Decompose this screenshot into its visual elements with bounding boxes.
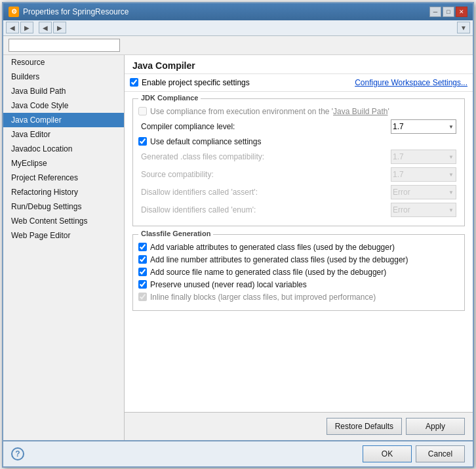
compiler-level-label: Compiler compliance level: <box>141 122 235 131</box>
restore-defaults-button[interactable]: Restore Defaults <box>327 418 402 435</box>
help-icon[interactable]: ? <box>11 447 24 460</box>
action-bar: Restore Defaults Apply <box>125 412 473 440</box>
classfile-cb5-row: Inline finally blocks (larger class file… <box>138 293 459 302</box>
enable-left: Enable project specific settings <box>130 78 250 87</box>
main-window: ⚙ Properties for SpringResource ─ □ ✕ ◀ … <box>2 2 474 468</box>
classfile-cb4-row: Preserve unused (never read) local varia… <box>138 280 459 289</box>
disallow-assert-row: Disallow identifiers called 'assert': Er… <box>138 185 459 199</box>
sidebar-item-myeclipse[interactable]: MyEclipse <box>3 156 124 171</box>
toolbar: ◀ ▶ ◀ ▶ ▼ <box>3 20 473 36</box>
generated-class-select-wrapper: 1.7 <box>391 150 456 164</box>
source-compat-select[interactable]: 1.7 <box>391 167 456 182</box>
enable-project-settings-label: Enable project specific settings <box>142 78 250 87</box>
classfile-section-body: Add variable attributes to generated cla… <box>133 235 464 310</box>
sidebar: Resource Builders Java Build Path Java C… <box>3 55 125 440</box>
configure-workspace-link[interactable]: Configure Workspace Settings... <box>355 78 467 87</box>
sidebar-item-resource[interactable]: Resource <box>3 55 124 70</box>
generated-class-label: Generated .class files compatibility: <box>141 152 264 161</box>
classfile-generation-section: Classfile Generation Add variable attrib… <box>132 234 465 311</box>
use-default-compliance-row: Use default compliance settings <box>138 137 459 146</box>
sidebar-item-run-debug-settings[interactable]: Run/Debug Settings <box>3 199 124 214</box>
cancel-button[interactable]: Cancel <box>416 445 465 462</box>
use-compliance-checkbox[interactable] <box>138 107 147 115</box>
disallow-enum-row: Disallow identifiers called 'enum': Erro… <box>138 203 459 217</box>
disallow-enum-select[interactable]: Error <box>391 203 456 217</box>
apply-button[interactable]: Apply <box>406 418 465 435</box>
minimize-button[interactable]: ─ <box>429 7 441 17</box>
title-bar: ⚙ Properties for SpringResource ─ □ ✕ <box>3 3 473 20</box>
classfile-cb3-label: Add source file name to generated class … <box>150 268 386 277</box>
compiler-level-row: Compiler compliance level: 1.4 1.5 1.6 1… <box>138 119 459 134</box>
nav-back-button[interactable]: ◀ <box>39 22 52 33</box>
generated-class-select[interactable]: 1.7 <box>391 150 456 164</box>
search-input[interactable] <box>9 39 120 52</box>
dialog-bottom: ? OK Cancel <box>3 440 473 466</box>
classfile-cb1-checkbox[interactable] <box>138 243 147 251</box>
nav-forward-button[interactable]: ▶ <box>53 22 66 33</box>
use-compliance-row: Use compliance from execution environmen… <box>138 107 459 116</box>
sidebar-item-javadoc-location[interactable]: Javadoc Location <box>3 142 124 156</box>
use-compliance-label: Use compliance from execution environmen… <box>150 107 389 116</box>
disallow-assert-select[interactable]: Error <box>391 185 456 199</box>
sidebar-item-java-code-style[interactable]: Java Code Style <box>3 98 124 113</box>
disallow-enum-label: Disallow identifiers called 'enum': <box>141 205 256 214</box>
content-panel: Java Compiler Enable project specific se… <box>125 55 473 440</box>
classfile-cb5-label: Inline finally blocks (larger class file… <box>150 293 376 302</box>
source-compat-select-wrapper: 1.7 <box>391 167 456 182</box>
classfile-cb2-label: Add line number attributes to generated … <box>150 255 408 264</box>
generated-class-row: Generated .class files compatibility: 1.… <box>138 150 459 164</box>
dropdown-button[interactable]: ▼ <box>457 22 470 33</box>
dialog-buttons: OK Cancel <box>363 445 465 462</box>
classfile-cb4-label: Preserve unused (never read) local varia… <box>150 280 307 289</box>
jdk-compliance-label: JDK Compliance <box>138 94 201 102</box>
window-icon: ⚙ <box>9 7 19 17</box>
classfile-cb3-checkbox[interactable] <box>138 268 147 276</box>
sidebar-item-java-build-path[interactable]: Java Build Path <box>3 84 124 98</box>
title-controls: ─ □ ✕ <box>429 7 467 17</box>
enable-project-settings-checkbox[interactable] <box>130 78 138 87</box>
close-button[interactable]: ✕ <box>456 7 467 17</box>
maximize-button[interactable]: □ <box>443 7 454 17</box>
java-build-path-link[interactable]: Java Build Path <box>333 107 387 116</box>
source-compat-row: Source compatibility: 1.7 <box>138 167 459 182</box>
classfile-cb1-row: Add variable attributes to generated cla… <box>138 243 459 252</box>
jdk-section-body: Use compliance from execution environmen… <box>133 99 464 226</box>
disallow-enum-select-wrapper: Error <box>391 203 456 217</box>
compiler-level-select-wrapper: 1.4 1.5 1.6 1.7 <box>391 119 456 134</box>
sidebar-item-java-compiler[interactable]: Java Compiler <box>3 113 124 127</box>
jdk-compliance-section: JDK Compliance Use compliance from execu… <box>132 98 465 226</box>
search-row <box>3 36 473 55</box>
window-title: Properties for SpringResource <box>23 7 129 16</box>
enable-row: Enable project specific settings Configu… <box>125 74 473 92</box>
classfile-cb3-row: Add source file name to generated class … <box>138 268 459 277</box>
forward-button[interactable]: ▶ <box>20 22 33 33</box>
classfile-cb2-checkbox[interactable] <box>138 255 147 264</box>
content-title: Java Compiler <box>132 60 195 71</box>
ok-button[interactable]: OK <box>363 445 412 462</box>
content-body: JDK Compliance Use compliance from execu… <box>125 92 473 412</box>
disallow-assert-label: Disallow identifiers called 'assert': <box>141 188 258 197</box>
classfile-cb2-row: Add line number attributes to generated … <box>138 255 459 264</box>
classfile-cb1-label: Add variable attributes to generated cla… <box>150 243 395 252</box>
classfile-cb4-checkbox[interactable] <box>138 280 147 289</box>
classfile-generation-label: Classfile Generation <box>138 230 213 237</box>
title-bar-left: ⚙ Properties for SpringResource <box>9 7 129 17</box>
sidebar-item-project-references[interactable]: Project References <box>3 171 124 185</box>
compiler-level-select[interactable]: 1.4 1.5 1.6 1.7 <box>391 119 456 134</box>
sidebar-item-refactoring-history[interactable]: Refactoring History <box>3 185 124 199</box>
sidebar-item-web-content-settings[interactable]: Web Content Settings <box>3 214 124 228</box>
back-button[interactable]: ◀ <box>6 22 19 33</box>
sidebar-item-java-editor[interactable]: Java Editor <box>3 127 124 142</box>
source-compat-label: Source compatibility: <box>141 170 214 179</box>
use-default-compliance-checkbox[interactable] <box>138 137 147 146</box>
content-header: Java Compiler <box>125 55 473 74</box>
classfile-cb5-checkbox[interactable] <box>138 293 147 301</box>
sidebar-item-builders[interactable]: Builders <box>3 70 124 84</box>
main-content: Resource Builders Java Build Path Java C… <box>3 55 473 440</box>
disallow-assert-select-wrapper: Error <box>391 185 456 199</box>
use-default-compliance-label: Use default compliance settings <box>150 137 261 146</box>
sidebar-item-web-page-editor[interactable]: Web Page Editor <box>3 228 124 243</box>
